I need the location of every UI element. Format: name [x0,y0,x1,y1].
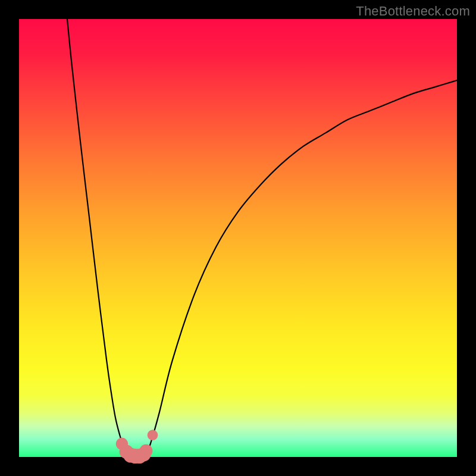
chart-frame: TheBottleneck.com [0,0,476,476]
valley-marker [148,430,158,440]
curve-svg [19,19,457,457]
valley-marker [139,444,152,458]
plot-area [19,19,457,457]
watermark-text: TheBottleneck.com [356,4,470,19]
bottleneck-curve [67,19,457,457]
valley-markers [116,430,158,464]
